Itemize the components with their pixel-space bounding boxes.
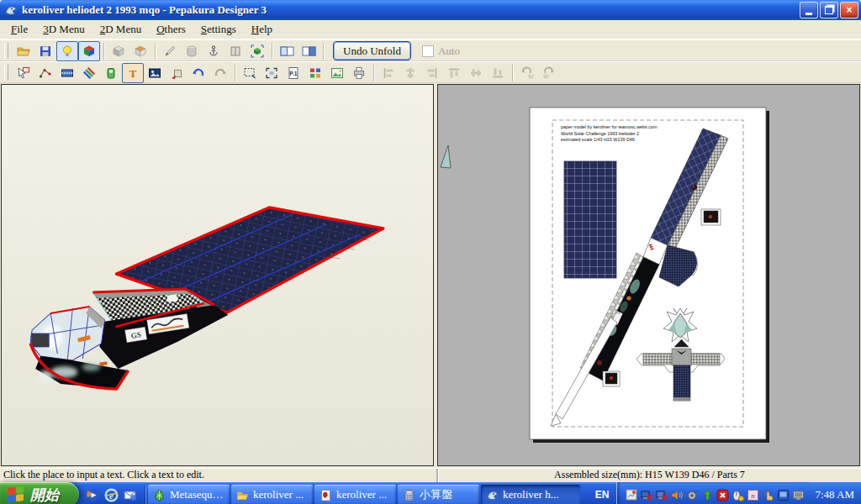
view-2d-window-button[interactable]	[298, 41, 320, 61]
windows-media-player-icon[interactable]	[85, 487, 100, 502]
task-button-calculator[interactable]: 小算盤	[398, 485, 479, 504]
view-3d-window-button[interactable]	[276, 41, 298, 61]
language-indicator[interactable]: EN	[588, 482, 617, 504]
pattern-2d-canvas[interactable]: paper model by keroliver for teamosc.web…	[438, 85, 859, 465]
page-header-line-2[interactable]: World Solar Challenge 1993 Heliodet 2	[561, 131, 639, 136]
safely-remove-icon[interactable]	[701, 489, 714, 501]
align-left-button[interactable]	[378, 63, 399, 83]
unfold-textured-button[interactable]	[129, 41, 151, 61]
task-button-pepakura-active[interactable]: keroliver h...	[481, 485, 580, 504]
rotate-90-cw-button[interactable]: 90	[538, 63, 560, 83]
title-bar[interactable]: keroliver heliodet 2 1993 mqo - Pepakura…	[0, 0, 861, 20]
menu-file[interactable]: File	[3, 21, 35, 38]
viewport-2d[interactable]: paper model by keroliver for teamosc.web…	[437, 84, 860, 466]
open-file-button[interactable]	[13, 41, 34, 61]
auto-checkbox-box[interactable]	[422, 45, 434, 57]
edge-join-icon	[39, 66, 52, 80]
unfold-plain-button[interactable]	[108, 41, 129, 61]
text-tool-button[interactable]: T	[122, 63, 144, 83]
volume-icon[interactable]	[671, 489, 684, 501]
menu-help[interactable]: Help	[244, 21, 280, 38]
plain-box-icon	[112, 45, 125, 58]
material-tool-button[interactable]	[100, 63, 122, 83]
menu-others[interactable]: Others	[149, 21, 193, 38]
antivirus-alert-icon[interactable]	[716, 489, 729, 501]
zipper-icon	[61, 66, 74, 80]
undo-unfold-button[interactable]: Undo Unfold	[333, 41, 411, 60]
align-bottom-button[interactable]	[487, 63, 509, 83]
page-header-line-1[interactable]: paper model by keroliver for teamosc.web…	[561, 124, 658, 129]
separator	[272, 43, 272, 60]
part-wheel-cover-a[interactable]	[701, 209, 721, 225]
remote-monitor-icon[interactable]	[792, 489, 805, 501]
align-center-h-button[interactable]	[465, 63, 487, 83]
menu-3d[interactable]: 3D Menu	[35, 21, 92, 38]
sound-recorder-icon[interactable]	[686, 489, 699, 501]
separator	[373, 65, 374, 81]
viewport-3d[interactable]: GS	[1, 84, 434, 466]
toolbar-grip[interactable]	[4, 65, 8, 81]
rotate-90-ccw-button[interactable]: 90	[516, 63, 538, 83]
separator	[103, 43, 104, 60]
rotate-right-button[interactable]	[209, 63, 231, 83]
rotate-90-ccw-icon: 90	[520, 66, 535, 80]
network-offline-2-icon[interactable]	[656, 489, 668, 501]
internet-explorer-icon[interactable]: e	[103, 487, 119, 502]
start-button[interactable]: 開始	[0, 482, 79, 504]
task-scheduler-icon[interactable]	[626, 489, 638, 501]
model-3d-canvas[interactable]: GS	[2, 85, 433, 465]
edit-pencil-button[interactable]	[159, 41, 181, 61]
select-part-button[interactable]	[246, 41, 268, 61]
arrange-parts-button[interactable]	[304, 63, 326, 83]
zipper-tool-button[interactable]	[56, 63, 78, 83]
multi-select-button[interactable]	[261, 63, 283, 83]
notes-app-icon[interactable]: n	[747, 489, 759, 501]
image-tool-button[interactable]	[144, 63, 166, 83]
taskbar-clock[interactable]: 7:48 AM	[810, 482, 861, 504]
print-button[interactable]	[348, 63, 370, 83]
svg-text:P.1: P.1	[290, 71, 298, 76]
toggle-light-button[interactable]	[56, 41, 78, 61]
auto-checkbox-label: Auto	[438, 45, 460, 58]
export-image-button[interactable]	[326, 63, 348, 83]
menu-settings[interactable]: Settings	[193, 21, 244, 38]
task-button-keroliver-folder[interactable]: keroliver ...	[231, 485, 313, 504]
anchor-button[interactable]	[203, 41, 224, 61]
edge-join-tool-button[interactable]	[34, 63, 56, 83]
close-button[interactable]: ×	[840, 2, 858, 18]
auto-checkbox[interactable]: Auto	[422, 45, 460, 58]
page-header-line-3[interactable]: estimated scale 1/43 H15 W139 D46	[561, 137, 635, 142]
align-center-v-button[interactable]	[399, 63, 421, 83]
network-offline-icon[interactable]	[641, 489, 653, 501]
divided-panel-icon	[229, 45, 242, 58]
part-wheel-cover-b[interactable]	[603, 371, 620, 386]
align-center-v-icon	[404, 66, 417, 80]
touch-input-icon[interactable]	[762, 489, 774, 501]
part-solar-panel[interactable]	[564, 161, 616, 278]
page-number-button[interactable]: P.1	[283, 63, 304, 83]
save-file-button[interactable]	[34, 41, 56, 61]
taskbar-divider	[145, 486, 145, 504]
quick-launch: e	[79, 482, 143, 504]
minimize-button[interactable]	[800, 2, 818, 18]
align-right-button[interactable]	[421, 63, 443, 83]
color-pens-tool-button[interactable]	[78, 63, 100, 83]
display-settings-icon[interactable]	[777, 489, 790, 501]
toolbar-grip[interactable]	[4, 43, 8, 59]
move-part-tool-button[interactable]	[166, 63, 188, 83]
anchor-icon	[207, 45, 220, 58]
outlook-express-icon[interactable]	[122, 487, 137, 502]
restore-button[interactable]	[820, 2, 838, 18]
select-tool-button[interactable]	[13, 63, 34, 83]
task-button-keroliver-pdf[interactable]: keroliver ...	[314, 485, 396, 504]
align-top-button[interactable]	[443, 63, 465, 83]
solid-prism-button[interactable]	[181, 41, 203, 61]
rotate-left-button[interactable]	[188, 63, 209, 83]
svg-text:90: 90	[543, 74, 549, 79]
mouse-settings-icon[interactable]	[732, 489, 744, 501]
panel-divide-button[interactable]	[224, 41, 246, 61]
select-area-button[interactable]	[239, 63, 261, 83]
menu-2d[interactable]: 2D Menu	[92, 21, 149, 38]
toggle-texture-button[interactable]	[78, 41, 100, 61]
task-button-metasequoia[interactable]: Metasequoia	[148, 485, 230, 504]
